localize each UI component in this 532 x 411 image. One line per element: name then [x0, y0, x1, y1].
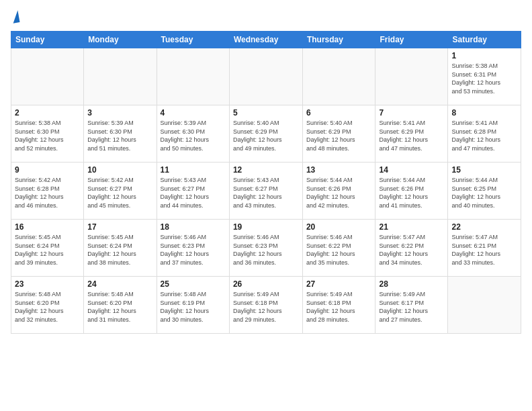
calendar-cell: [448, 277, 521, 334]
day-number: 23: [15, 279, 80, 289]
calendar-cell: [84, 48, 157, 105]
column-header-saturday: Saturday: [448, 32, 521, 48]
day-info: Sunrise: 5:44 AM Sunset: 6:26 PM Dayligh…: [379, 176, 444, 210]
day-info: Sunrise: 5:40 AM Sunset: 6:29 PM Dayligh…: [306, 119, 372, 152]
day-info: Sunrise: 5:41 AM Sunset: 6:29 PM Dayligh…: [379, 119, 444, 152]
calendar-cell: [157, 48, 229, 105]
day-info: Sunrise: 5:49 AM Sunset: 6:18 PM Dayligh…: [233, 290, 299, 324]
week-row-5: 23Sunrise: 5:48 AM Sunset: 6:20 PM Dayli…: [11, 277, 521, 334]
column-header-tuesday: Tuesday: [157, 32, 229, 48]
day-number: 22: [451, 222, 517, 232]
calendar-cell: 20Sunrise: 5:46 AM Sunset: 6:22 PM Dayli…: [302, 220, 375, 277]
day-info: Sunrise: 5:38 AM Sunset: 6:31 PM Dayligh…: [451, 62, 517, 95]
day-number: 13: [306, 165, 372, 175]
day-info: Sunrise: 5:43 AM Sunset: 6:27 PM Dayligh…: [233, 176, 299, 210]
calendar-cell: 18Sunrise: 5:46 AM Sunset: 6:23 PM Dayli…: [157, 220, 229, 277]
day-info: Sunrise: 5:46 AM Sunset: 6:22 PM Dayligh…: [306, 233, 372, 267]
calendar-cell: [229, 48, 302, 105]
day-info: Sunrise: 5:48 AM Sunset: 6:20 PM Dayligh…: [15, 290, 80, 324]
calendar-cell: 28Sunrise: 5:49 AM Sunset: 6:17 PM Dayli…: [375, 277, 448, 334]
day-info: Sunrise: 5:40 AM Sunset: 6:29 PM Dayligh…: [233, 119, 299, 152]
calendar-cell: 10Sunrise: 5:42 AM Sunset: 6:27 PM Dayli…: [84, 163, 157, 220]
logo-icon: [11, 10, 20, 23]
day-number: 5: [233, 108, 299, 118]
week-row-1: 1Sunrise: 5:38 AM Sunset: 6:31 PM Daylig…: [11, 48, 521, 105]
calendar-cell: 15Sunrise: 5:44 AM Sunset: 6:25 PM Dayli…: [448, 163, 521, 220]
calendar-cell: 2Sunrise: 5:38 AM Sunset: 6:30 PM Daylig…: [11, 105, 84, 163]
day-number: 15: [451, 165, 517, 175]
calendar-cell: 13Sunrise: 5:44 AM Sunset: 6:26 PM Dayli…: [302, 163, 375, 220]
calendar-cell: 3Sunrise: 5:39 AM Sunset: 6:30 PM Daylig…: [84, 105, 157, 163]
day-number: 18: [161, 222, 226, 232]
day-number: 27: [306, 279, 372, 289]
column-header-monday: Monday: [84, 32, 157, 48]
day-info: Sunrise: 5:49 AM Sunset: 6:18 PM Dayligh…: [306, 290, 372, 324]
calendar-cell: 19Sunrise: 5:46 AM Sunset: 6:23 PM Dayli…: [229, 220, 302, 277]
day-info: Sunrise: 5:45 AM Sunset: 6:24 PM Dayligh…: [87, 233, 152, 267]
calendar-cell: 25Sunrise: 5:48 AM Sunset: 6:19 PM Dayli…: [157, 277, 229, 334]
day-info: Sunrise: 5:41 AM Sunset: 6:28 PM Dayligh…: [451, 119, 517, 152]
day-number: 4: [161, 108, 226, 118]
column-header-wednesday: Wednesday: [229, 32, 302, 48]
day-info: Sunrise: 5:39 AM Sunset: 6:30 PM Dayligh…: [161, 119, 226, 152]
day-info: Sunrise: 5:46 AM Sunset: 6:23 PM Dayligh…: [233, 233, 299, 267]
day-info: Sunrise: 5:49 AM Sunset: 6:17 PM Dayligh…: [379, 290, 444, 324]
day-number: 8: [451, 108, 517, 118]
day-number: 28: [379, 279, 444, 289]
calendar-cell: 23Sunrise: 5:48 AM Sunset: 6:20 PM Dayli…: [11, 277, 84, 334]
day-info: Sunrise: 5:48 AM Sunset: 6:19 PM Dayligh…: [161, 290, 226, 324]
day-number: 14: [379, 165, 444, 175]
day-number: 25: [161, 279, 226, 289]
day-number: 16: [15, 222, 80, 232]
column-header-thursday: Thursday: [302, 32, 375, 48]
calendar-cell: 14Sunrise: 5:44 AM Sunset: 6:26 PM Dayli…: [375, 163, 448, 220]
calendar-cell: 24Sunrise: 5:48 AM Sunset: 6:20 PM Dayli…: [84, 277, 157, 334]
week-row-2: 2Sunrise: 5:38 AM Sunset: 6:30 PM Daylig…: [11, 105, 521, 163]
day-info: Sunrise: 5:47 AM Sunset: 6:21 PM Dayligh…: [451, 233, 517, 267]
day-number: 21: [379, 222, 444, 232]
day-info: Sunrise: 5:48 AM Sunset: 6:20 PM Dayligh…: [87, 290, 152, 324]
day-number: 10: [87, 165, 152, 175]
calendar-cell: 9Sunrise: 5:42 AM Sunset: 6:28 PM Daylig…: [11, 163, 84, 220]
calendar-cell: 22Sunrise: 5:47 AM Sunset: 6:21 PM Dayli…: [448, 220, 521, 277]
logo: [11, 11, 19, 23]
day-number: 24: [87, 279, 152, 289]
calendar-cell: [302, 48, 375, 105]
calendar-cell: 21Sunrise: 5:47 AM Sunset: 6:22 PM Dayli…: [375, 220, 448, 277]
day-info: Sunrise: 5:43 AM Sunset: 6:27 PM Dayligh…: [161, 176, 226, 210]
week-row-4: 16Sunrise: 5:45 AM Sunset: 6:24 PM Dayli…: [11, 220, 521, 277]
calendar-cell: 26Sunrise: 5:49 AM Sunset: 6:18 PM Dayli…: [229, 277, 302, 334]
day-number: 7: [379, 108, 444, 118]
day-number: 12: [233, 165, 299, 175]
day-number: 3: [87, 108, 152, 118]
calendar-cell: 17Sunrise: 5:45 AM Sunset: 6:24 PM Dayli…: [84, 220, 157, 277]
calendar-cell: 8Sunrise: 5:41 AM Sunset: 6:28 PM Daylig…: [448, 105, 521, 163]
day-info: Sunrise: 5:39 AM Sunset: 6:30 PM Dayligh…: [87, 119, 152, 152]
day-number: 11: [161, 165, 226, 175]
calendar-cell: 4Sunrise: 5:39 AM Sunset: 6:30 PM Daylig…: [157, 105, 229, 163]
day-info: Sunrise: 5:44 AM Sunset: 6:25 PM Dayligh…: [451, 176, 517, 210]
calendar-cell: [11, 48, 84, 105]
day-info: Sunrise: 5:47 AM Sunset: 6:22 PM Dayligh…: [379, 233, 444, 267]
calendar-cell: 12Sunrise: 5:43 AM Sunset: 6:27 PM Dayli…: [229, 163, 302, 220]
day-info: Sunrise: 5:42 AM Sunset: 6:28 PM Dayligh…: [15, 176, 80, 210]
calendar-cell: 11Sunrise: 5:43 AM Sunset: 6:27 PM Dayli…: [157, 163, 229, 220]
calendar-cell: 27Sunrise: 5:49 AM Sunset: 6:18 PM Dayli…: [302, 277, 375, 334]
day-number: 9: [15, 165, 80, 175]
page-header: [11, 11, 521, 23]
day-number: 2: [15, 108, 80, 118]
day-number: 17: [87, 222, 152, 232]
calendar-table: SundayMondayTuesdayWednesdayThursdayFrid…: [11, 31, 521, 334]
day-number: 19: [233, 222, 299, 232]
day-number: 1: [451, 51, 517, 60]
calendar-cell: 16Sunrise: 5:45 AM Sunset: 6:24 PM Dayli…: [11, 220, 84, 277]
calendar-cell: 7Sunrise: 5:41 AM Sunset: 6:29 PM Daylig…: [375, 105, 448, 163]
calendar-header-row: SundayMondayTuesdayWednesdayThursdayFrid…: [11, 32, 521, 48]
day-number: 20: [306, 222, 372, 232]
column-header-friday: Friday: [375, 32, 448, 48]
week-row-3: 9Sunrise: 5:42 AM Sunset: 6:28 PM Daylig…: [11, 163, 521, 220]
calendar-cell: [375, 48, 448, 105]
day-info: Sunrise: 5:46 AM Sunset: 6:23 PM Dayligh…: [161, 233, 226, 267]
calendar-cell: 5Sunrise: 5:40 AM Sunset: 6:29 PM Daylig…: [229, 105, 302, 163]
day-info: Sunrise: 5:44 AM Sunset: 6:26 PM Dayligh…: [306, 176, 372, 210]
